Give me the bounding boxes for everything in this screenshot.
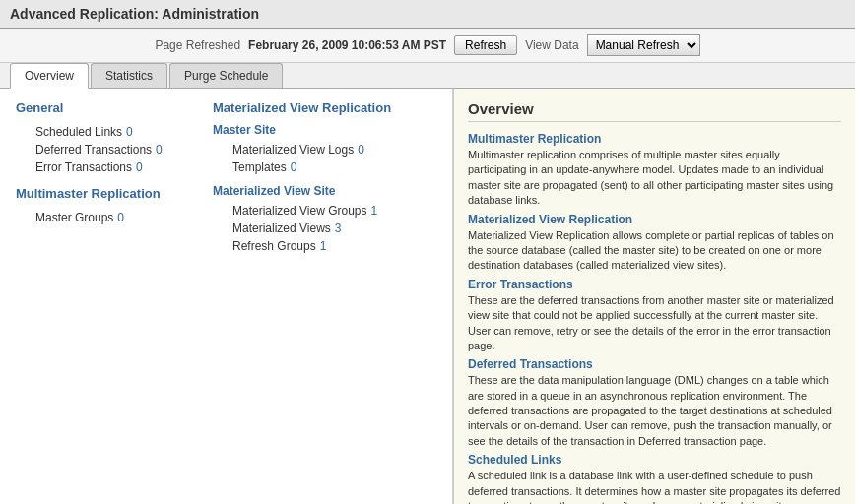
manual-refresh-select[interactable]: Manual Refresh — [587, 34, 700, 56]
overview-section-title: Multimaster Replication — [468, 132, 841, 146]
master-site-title: Master Site — [213, 123, 436, 137]
overview-section-title: Error Transactions — [468, 278, 841, 291]
left-columns: General Scheduled Links 0 Deferred Trans… — [16, 100, 436, 255]
templates-link[interactable]: 0 — [291, 160, 297, 174]
overview-section-deferred-transactions: Deferred Transactions These are the data… — [468, 357, 841, 449]
overview-text: These are the data manipulation language… — [468, 373, 841, 449]
general-title: General — [16, 100, 213, 115]
right-panel: Overview Multimaster Replication Multima… — [453, 89, 855, 504]
refresh-button[interactable]: Refresh — [454, 35, 517, 55]
view-data-label: View Data — [525, 38, 578, 52]
page-title: Advanced Replication: Administration — [10, 6, 845, 22]
tab-statistics[interactable]: Statistics — [91, 63, 167, 88]
tab-purge-schedule[interactable]: Purge Schedule — [169, 63, 283, 88]
overview-section-mv-replication: Materialized View Replication Materializ… — [468, 213, 841, 274]
overview-text: Materialized View Replication allows com… — [468, 228, 841, 274]
list-item: Materialized Views 3 — [213, 220, 436, 237]
overview-section-scheduled-links: Scheduled Links A scheduled link is a da… — [468, 453, 841, 504]
overview-title: Overview — [468, 100, 841, 122]
tabs-bar: Overview Statistics Purge Schedule — [0, 63, 855, 89]
tab-overview[interactable]: Overview — [10, 63, 89, 89]
multimaster-title: Multimaster Replication — [16, 186, 213, 201]
list-item: Scheduled Links 0 — [16, 123, 213, 141]
left-panel: General Scheduled Links 0 Deferred Trans… — [0, 89, 453, 504]
mv-replication-section: Materialized View Replication Master Sit… — [213, 100, 436, 255]
overview-section-title: Deferred Transactions — [468, 357, 841, 371]
list-item: Error Transactions 0 — [16, 158, 213, 176]
overview-text: A scheduled link is a database link with… — [468, 469, 841, 504]
list-item: Deferred Transactions 0 — [16, 141, 213, 158]
overview-section-error-transactions: Error Transactions These are the deferre… — [468, 278, 841, 354]
master-groups-link[interactable]: 0 — [117, 211, 124, 224]
refresh-groups-link[interactable]: 1 — [320, 239, 327, 253]
mv-views-link[interactable]: 3 — [335, 221, 342, 235]
page-header: Advanced Replication: Administration — [0, 0, 855, 29]
mv-logs-link[interactable]: 0 — [358, 143, 364, 157]
overview-section-title: Scheduled Links — [468, 453, 841, 467]
topbar: Page Refreshed February 26, 2009 10:06:5… — [0, 29, 855, 63]
scheduled-links-link[interactable]: 0 — [126, 125, 133, 139]
error-transactions-link[interactable]: 0 — [136, 160, 143, 174]
overview-section-multimaster: Multimaster Replication Multimaster repl… — [468, 132, 841, 209]
list-item: Templates 0 — [213, 158, 436, 176]
deferred-transactions-link[interactable]: 0 — [156, 143, 163, 157]
page-refreshed-date: February 26, 2009 10:06:53 AM PST — [248, 38, 446, 52]
list-item: Materialized View Logs 0 — [213, 141, 436, 158]
page-refreshed-label: Page Refreshed — [155, 38, 240, 52]
general-section: General Scheduled Links 0 Deferred Trans… — [16, 100, 213, 255]
list-item: Master Groups 0 — [16, 209, 213, 226]
overview-text: These are the deferred transactions from… — [468, 293, 841, 354]
mv-replication-title: Materialized View Replication — [213, 100, 436, 115]
mv-groups-link[interactable]: 1 — [371, 204, 378, 218]
overview-section-title: Materialized View Replication — [468, 213, 841, 226]
list-item: Refresh Groups 1 — [213, 237, 436, 255]
list-item: Materialized View Groups 1 — [213, 202, 436, 220]
main-content: General Scheduled Links 0 Deferred Trans… — [0, 89, 855, 504]
overview-text: Multimaster replication comprises of mul… — [468, 148, 841, 209]
mv-site-title: Materialized View Site — [213, 184, 436, 198]
